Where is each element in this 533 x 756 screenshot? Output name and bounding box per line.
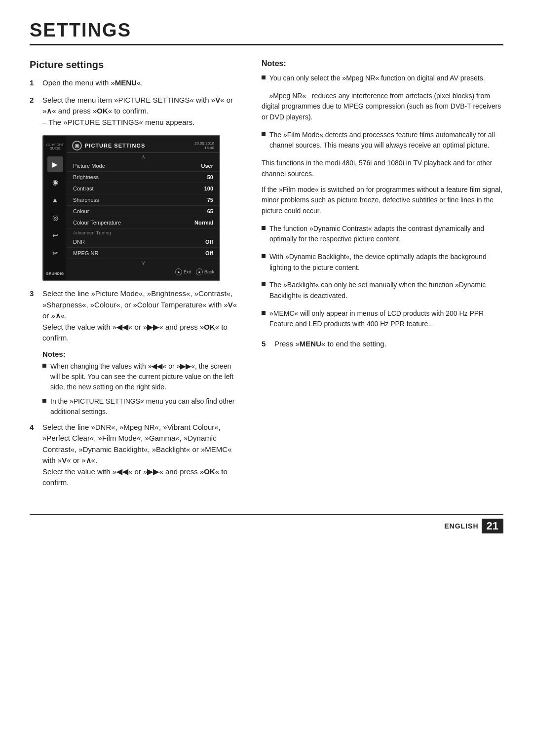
tv-row-contrast: Contrast 100 <box>67 183 219 194</box>
notes-section-1: Notes: When changing the values with »◀◀… <box>42 350 242 417</box>
tv-header: ◎ PICTURE SETTINGS 20.09.2010 15:40 <box>67 139 219 153</box>
sidebar-cut[interactable]: ✂ <box>47 245 63 261</box>
sidebar-guide[interactable]: COMFORT GUIDE <box>47 139 63 154</box>
right-note-4-text: With »Dynamic Backlight«, the device opt… <box>269 252 503 273</box>
note-1-text: When changing the values with »◀◀« or »▶… <box>50 361 242 392</box>
tv-header-title: ◎ PICTURE SETTINGS <box>72 141 145 151</box>
footer-language: ENGLISH <box>444 522 478 530</box>
right-bullet-3 <box>262 226 266 230</box>
right-note-2: The »Film Mode« detects and processes fe… <box>262 130 503 151</box>
right-bullet-2 <box>262 132 266 136</box>
right-bullet-1 <box>262 76 266 79</box>
tv-screen-mockup: COMFORT GUIDE ▶ ◉ ▲ ◎ ↩ ✂ GRUNDIG ◎ PICT… <box>42 135 220 281</box>
steps-list: 1 Open the menu with »MENU«. 2 Select th… <box>30 77 242 128</box>
step-5: 5 Press »MENU« to end the setting. <box>262 339 503 350</box>
tv-datetime: 20.09.2010 15:40 <box>194 141 214 150</box>
sidebar-rec[interactable]: ▲ <box>47 192 63 208</box>
right-note-4: With »Dynamic Backlight«, the device opt… <box>262 252 503 273</box>
tv-row-brightness: Brightness 50 <box>67 172 219 183</box>
tv-row-dnr: DNR Off <box>67 236 219 248</box>
notes-list-1: When changing the values with »◀◀« or »▶… <box>42 361 242 417</box>
tv-row-sharpness: Sharpness 75 <box>67 194 219 206</box>
tv-btn-exit[interactable]: ● Exit <box>175 268 191 275</box>
note-2: In the »PICTURE SETTINGS« menu you can a… <box>42 396 242 417</box>
tv-btn-back-label: Back <box>204 269 214 274</box>
right-notes-heading: Notes: <box>262 59 503 68</box>
step-3-num: 3 <box>30 288 38 344</box>
left-column: Picture settings 1 Open the menu with »M… <box>30 59 242 494</box>
tv-main-area: ◎ PICTURE SETTINGS 20.09.2010 15:40 ∧ Pi… <box>67 136 219 280</box>
brand-label: GRUNDIG <box>46 272 64 275</box>
right-note-1-text: You can only select the »Mpeg NR« functi… <box>269 73 485 84</box>
tv-btn-exit-icon: ● <box>175 268 182 275</box>
tv-row-mpegnr: MPEG NR Off <box>67 248 219 259</box>
right-column: Notes: You can only select the »Mpeg NR«… <box>262 59 503 494</box>
right-note-1: You can only select the »Mpeg NR« functi… <box>262 73 503 84</box>
step-1-content: Open the menu with »MENU«. <box>42 77 242 89</box>
bullet-1 <box>42 364 46 368</box>
content-columns: Picture settings 1 Open the menu with »M… <box>30 59 503 494</box>
step-2-num: 2 <box>30 95 38 128</box>
right-note-1b: »Mpeg NR« reduces any interference from … <box>262 91 503 123</box>
tv-advanced-label: Advanced Tuning <box>67 228 219 236</box>
sidebar-photo[interactable]: ◉ <box>47 174 63 190</box>
tv-btn-back[interactable]: ● Back <box>196 268 214 275</box>
right-note-5: The »Backlight« can only be set manually… <box>262 280 503 301</box>
note-2-text: In the »PICTURE SETTINGS« menu you can a… <box>50 396 242 417</box>
step-1-num: 1 <box>30 77 38 89</box>
step-4: 4 Select the line »DNR«, »Mpeg NR«, »Vib… <box>30 422 242 489</box>
right-bullet-4 <box>262 254 266 258</box>
step-2: 2 Select the menu item »PICTURE SETTINGS… <box>30 95 242 128</box>
tv-row-colour: Colour 65 <box>67 206 219 217</box>
note-1: When changing the values with »◀◀« or »▶… <box>42 361 242 392</box>
page-footer: ENGLISH 21 <box>30 514 503 533</box>
right-bullet-6 <box>262 311 266 315</box>
step-3-content: Select the line »Picture Mode«, »Brightn… <box>42 288 242 344</box>
right-note-3: The function »Dynamic Contrast« adapts t… <box>262 224 503 245</box>
tv-chevron-up: ∧ <box>67 153 219 160</box>
step-2-content: Select the menu item »PICTURE SETTINGS« … <box>42 95 242 128</box>
tv-btn-exit-label: Exit <box>184 269 191 274</box>
tv-footer: ● Exit ● Back <box>67 266 219 277</box>
step-1: 1 Open the menu with »MENU«. <box>30 77 242 89</box>
tv-title-text: PICTURE SETTINGS <box>85 143 145 149</box>
step5-list: 5 Press »MENU« to end the setting. <box>262 339 503 350</box>
step-3: 3 Select the line »Picture Mode«, »Brigh… <box>30 288 242 344</box>
footer-page-number: 21 <box>482 519 503 533</box>
step-5-num: 5 <box>262 339 269 350</box>
right-note-2b: This functions in the modi 480i, 576i an… <box>262 158 503 179</box>
sidebar-play[interactable]: ▶ <box>47 156 63 172</box>
tv-circle-icon: ◎ <box>72 141 82 151</box>
right-note-6-text: »MEMC« will only appear in menus of LCD … <box>269 308 503 330</box>
step4-list: 4 Select the line »DNR«, »Mpeg NR«, »Vib… <box>30 422 242 489</box>
right-note-2c: If the »Film mode« is switched on for pr… <box>262 185 503 217</box>
right-note-2-text: The »Film Mode« detects and processes fe… <box>269 130 503 151</box>
section-heading: Picture settings <box>30 59 242 71</box>
tv-btn-back-icon: ● <box>196 268 203 275</box>
step-4-content: Select the line »DNR«, »Mpeg NR«, »Vibra… <box>42 422 242 489</box>
notes-heading-1: Notes: <box>42 350 242 358</box>
right-bullet-5 <box>262 282 266 286</box>
tv-sidebar: COMFORT GUIDE ▶ ◉ ▲ ◎ ↩ ✂ GRUNDIG <box>43 136 67 280</box>
right-note-3-text: The function »Dynamic Contrast« adapts t… <box>269 224 503 245</box>
step-4-num: 4 <box>30 422 38 489</box>
tv-row-colourtemp: Colour Temperature Normal <box>67 217 219 228</box>
step-5-content: Press »MENU« to end the setting. <box>274 339 503 350</box>
sidebar-eye[interactable]: ◎ <box>47 210 63 226</box>
tv-chevron-down: ∨ <box>67 259 219 266</box>
right-note-6: »MEMC« will only appear in menus of LCD … <box>262 308 503 330</box>
sidebar-back[interactable]: ↩ <box>47 227 63 243</box>
tv-row-picturemode: Picture Mode User <box>67 160 219 172</box>
step3-list: 3 Select the line »Picture Mode«, »Brigh… <box>30 288 242 344</box>
right-note-5-text: The »Backlight« can only be set manually… <box>269 280 503 301</box>
page-title: SETTINGS <box>30 20 503 45</box>
bullet-2 <box>42 399 46 403</box>
